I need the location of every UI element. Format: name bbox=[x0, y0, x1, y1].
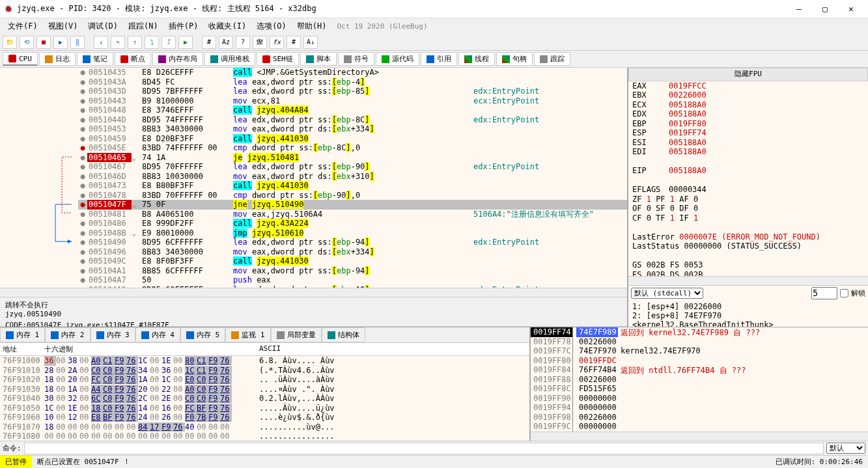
menu-view[interactable]: 视图(V) bbox=[43, 20, 83, 33]
dump-row[interactable]: 76F9102018002000FCC0F9761A001C00E0C0F976… bbox=[0, 375, 529, 385]
disasm-row[interactable]: ●005104A750push eax bbox=[78, 275, 627, 285]
breakpoint-dot[interactable]: ● bbox=[78, 105, 87, 115]
stack-scrollbar[interactable] bbox=[531, 432, 868, 441]
menu-trace[interactable]: 跟踪(N) bbox=[123, 20, 163, 33]
menu-plugins[interactable]: 插件(P) bbox=[163, 20, 204, 33]
restart-button[interactable]: ⟲ bbox=[20, 36, 34, 49]
dump-tab-7[interactable]: 结构体 bbox=[322, 327, 365, 342]
tool-a[interactable]: A↓ bbox=[303, 36, 318, 49]
breakpoint-dot[interactable]: ● bbox=[78, 247, 87, 257]
stack-row[interactable]: 0019FF9C00000000 bbox=[531, 422, 868, 432]
arg-count-input[interactable] bbox=[811, 287, 837, 299]
tab-日志[interactable]: 日志 bbox=[39, 52, 76, 66]
run-button[interactable]: ▶ bbox=[53, 36, 68, 49]
disasm-row[interactable]: ●00510473E8 B80BF3FFcall jzyq.441030 bbox=[78, 181, 627, 191]
disasm-row[interactable]: ●005104A18B85 6CFFFFFFmov eax,dword ptr … bbox=[78, 266, 627, 276]
stack-list[interactable]: 0019FF7474E7F989返回到 kernel32.74E7F989 自 … bbox=[531, 327, 868, 432]
disasm-row[interactable]: ●0051043A8D45 FClea eax,dword ptr ss:[eb… bbox=[78, 77, 627, 87]
reg-EBX[interactable]: EBX00226000 bbox=[628, 90, 868, 100]
dump-tab-1[interactable]: 内存 2 bbox=[45, 327, 90, 342]
step-out-button[interactable]: ↑ bbox=[128, 36, 142, 49]
dump-tab-0[interactable]: 内存 1 bbox=[0, 327, 45, 342]
breakpoint-dot[interactable]: ● bbox=[78, 68, 87, 77]
close-button[interactable]: ✕ bbox=[838, 4, 864, 14]
disasm-row[interactable]: ●0051049CE8 8F0BF3FFcall jzyq.441030 bbox=[78, 256, 627, 266]
stack-row[interactable]: 0019FF800019FFDC bbox=[531, 356, 868, 366]
breakpoint-dot[interactable]: ● bbox=[78, 275, 87, 285]
dump-row[interactable]: 76F91040300032006CC0F9762C002E00C0C0F976… bbox=[0, 394, 529, 404]
breakpoint-dot[interactable]: ● bbox=[78, 96, 87, 106]
tool-az[interactable]: Az bbox=[219, 36, 233, 49]
stack-row[interactable]: 0019FF8476FF74B4返回到 ntdll.76FF74B4 自 ??? bbox=[531, 365, 868, 375]
dump-tab-5[interactable]: 监视 1 bbox=[225, 327, 270, 342]
dump-tab-4[interactable]: 内存 5 bbox=[180, 327, 225, 342]
breakpoint-dot[interactable]: ● bbox=[78, 124, 87, 134]
disasm-row[interactable]: ●00510459E8 D20BF3FFcall jzyq.441030 bbox=[78, 134, 627, 144]
disasm-row[interactable]: ●00510481B8 A4065100mov eax,jzyq.5106A45… bbox=[78, 210, 627, 219]
registers-panel[interactable]: 隐藏FPU EAX0019FFCCEBX00226000ECX005188A0 … bbox=[628, 68, 868, 276]
breakpoint-dot[interactable]: ● bbox=[78, 256, 87, 266]
dump-tab-3[interactable]: 内存 4 bbox=[135, 327, 180, 342]
disasm-row[interactable]: ●0051045E83BD 74FFFFFF 00cmp dword ptr s… bbox=[78, 143, 627, 153]
breakpoint-dot[interactable]: ● bbox=[78, 191, 87, 200]
stack-row[interactable]: 0019FF9800226000 bbox=[531, 413, 868, 422]
command-input[interactable] bbox=[24, 443, 824, 454]
reg-EFLAGS[interactable]: EFLAGS00000344 bbox=[628, 185, 868, 195]
dump-row[interactable]: 76F9106010001200E8BFF97624002600F07BF976… bbox=[0, 413, 529, 422]
tool-question[interactable]: ? bbox=[236, 36, 250, 49]
dump-row[interactable]: 76F9101028002A00C0C0F976340036001CC1F976… bbox=[0, 366, 529, 376]
tab-符号[interactable]: 符号 bbox=[338, 52, 374, 66]
stack-row[interactable]: 0019FF8CFD515F65 bbox=[531, 384, 868, 394]
breakpoint-dot[interactable]: ● bbox=[78, 181, 87, 191]
breakpoint-dot[interactable]: ● bbox=[78, 143, 87, 153]
stop-button[interactable]: ■ bbox=[36, 36, 51, 49]
run-to-user-button[interactable]: ▶ bbox=[178, 36, 193, 49]
regs-scrollbar[interactable] bbox=[628, 276, 868, 285]
tab-脚本[interactable]: 脚本 bbox=[300, 52, 337, 66]
reg-ESP[interactable]: ESP0019FF74 bbox=[628, 128, 868, 138]
tab-引用[interactable]: 引用 bbox=[421, 52, 457, 66]
stack-arg[interactable]: 2: [esp+8] 74E7F970 <kernel32.BaseThread… bbox=[632, 311, 864, 327]
disasm-scrollbar[interactable] bbox=[0, 288, 627, 297]
breakpoint-dot[interactable]: ● bbox=[78, 77, 87, 87]
menu-options[interactable]: 选项(O) bbox=[251, 20, 292, 33]
stack-row[interactable]: 0019FF9400000000 bbox=[531, 403, 868, 413]
tab-断点[interactable]: 断点 bbox=[115, 52, 151, 66]
step-into-button[interactable]: ↓ bbox=[94, 36, 108, 49]
tab-笔记[interactable]: 笔记 bbox=[77, 52, 113, 66]
tool-graph[interactable]: 🕸 bbox=[253, 36, 267, 49]
tab-内存布局[interactable]: 内存布局 bbox=[152, 52, 203, 66]
maximize-button[interactable]: ▢ bbox=[812, 4, 838, 14]
reg-EDX[interactable]: EDX005188A0 bbox=[628, 109, 868, 119]
disasm-row[interactable]: ●005104678D95 70FFFFFFlea edx,dword ptr … bbox=[78, 162, 627, 172]
disasm-row[interactable]: ●0051044D8D95 74FFFFFFlea edx,dword ptr … bbox=[78, 115, 627, 125]
minimize-button[interactable]: — bbox=[786, 4, 812, 14]
breakpoint-dot[interactable]: ● bbox=[78, 87, 87, 96]
stack-row[interactable]: 0019FF7800226000 bbox=[531, 337, 868, 347]
regs-header[interactable]: 隐藏FPU bbox=[628, 68, 868, 81]
disasm-row[interactable]: ●00510443B9 81000000mov ecx,81ecx:EntryP… bbox=[78, 96, 627, 106]
tab-SEH链[interactable]: SEH链 bbox=[257, 52, 299, 66]
reg-ECX[interactable]: ECX005188A0 bbox=[628, 100, 868, 110]
stack-row[interactable]: 0019FF7C74E7F970kernel32.74E7F970 bbox=[531, 346, 868, 356]
dump-tab-6[interactable]: 局部变量 bbox=[271, 327, 322, 342]
reg-EBP[interactable]: EBP0019FF80 bbox=[628, 119, 868, 129]
disasm-row[interactable]: ●005104968B83 34030000mov eax,dword ptr … bbox=[78, 247, 627, 257]
disasm-row[interactable]: ●0051047883BD 70FFFFFF 00cmp dword ptr s… bbox=[78, 191, 627, 200]
breakpoint-dot[interactable]: ● bbox=[78, 115, 87, 125]
stack-arg[interactable]: 1: [esp+4] 00226000 bbox=[632, 302, 864, 311]
breakpoint-dot[interactable]: ● bbox=[78, 219, 87, 228]
disasm-list[interactable]: ●00510435E8 D26CEFFFcall <JMP.&GetSystem… bbox=[78, 68, 627, 288]
tab-源代码[interactable]: 源代码 bbox=[376, 52, 419, 66]
breakpoint-dot[interactable]: ● bbox=[78, 172, 87, 182]
tool-fx[interactable]: fx bbox=[270, 36, 284, 49]
disasm-row[interactable]: ●0051046D8B83 10030000mov eax,dword ptr … bbox=[78, 172, 627, 182]
stack-row[interactable]: 0019FF7474E7F989返回到 kernel32.74E7F989 自 … bbox=[531, 327, 868, 337]
disasm-row[interactable]: ●00510435E8 D26CEFFFcall <JMP.&GetSystem… bbox=[78, 68, 627, 77]
tab-跟踪[interactable]: 跟踪 bbox=[534, 52, 570, 66]
command-mode-select[interactable]: 默认 bbox=[826, 443, 865, 454]
disasm-row[interactable]: ●0051048B⌄E9 80010000jmp jzyq.510610 bbox=[78, 228, 627, 238]
dump-row[interactable]: 76F910501C001E0018C0F97614001600FCBFF976… bbox=[0, 404, 529, 413]
breakpoint-dot[interactable]: ● bbox=[78, 134, 87, 144]
breakpoint-dot[interactable]: ● bbox=[78, 200, 87, 210]
